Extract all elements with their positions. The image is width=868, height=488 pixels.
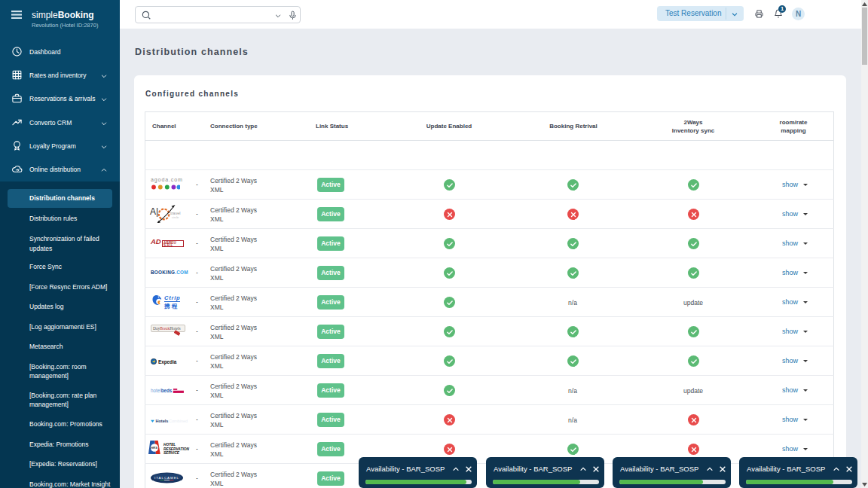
svg-text:HRS: HRS — [151, 446, 157, 450]
svg-text:ITALCAMEL: ITALCAMEL — [154, 476, 179, 480]
